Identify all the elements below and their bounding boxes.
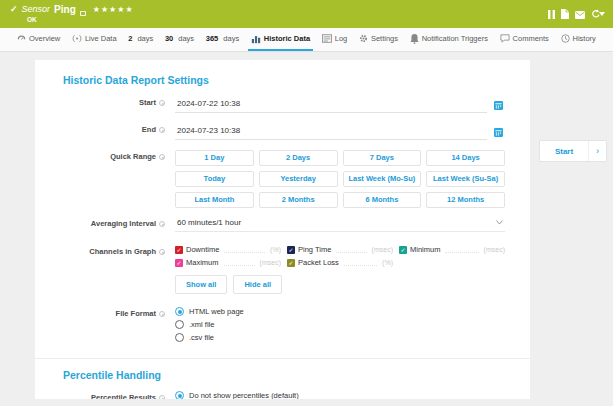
info-icon[interactable] [159,395,165,400]
file-format-label: File Format [116,309,156,318]
tab-label: Settings [371,34,398,43]
start-expand-button[interactable]: › [588,141,606,161]
radio-selected-icon [175,391,184,399]
quick-range-2-months-button[interactable]: 2 Months [259,192,338,208]
tab-365-days[interactable]: 365days [203,28,242,51]
quick-range-label: Quick Range [110,152,156,161]
percentile-results-label: Percentile Results [91,393,156,399]
channel-unit: (msec) [484,246,505,253]
tab-notification-triggers[interactable]: Notification Triggers [407,28,491,51]
start-button-group: Start › [539,140,607,162]
settings-panel: Historic Data Report Settings Start 2024… [35,60,530,399]
page-title: Ping [54,4,76,15]
averaging-interval-row: Averaging Interval 60 minutes/1 hour [63,217,502,232]
tab-settings[interactable]: Settings [356,28,401,51]
info-icon[interactable] [159,221,165,227]
mail-icon[interactable] [575,5,585,23]
file-format-xml-option[interactable]: .xml file [175,320,502,329]
quick-range-14-days-button[interactable]: 14 Days [426,150,505,166]
tab-label: days [223,34,239,43]
channels-row: Channels in Graph Downtime (%) Ping Time… [63,245,502,294]
radio-label: Do not show percentiles (default) [189,391,299,399]
averaging-interval-label: Averaging Interval [91,219,156,228]
channel-name: Minimum [410,245,440,254]
breadcrumb-type: Sensor [22,4,51,15]
channel-name: Ping Time [298,245,331,254]
tab-label: Historic Data [264,34,310,43]
pause-icon[interactable] [548,5,555,23]
channel-unit: (msec) [372,246,393,253]
bell-icon [410,34,419,44]
quick-range-6-months-button[interactable]: 6 Months [343,192,422,208]
section-divider [35,358,530,359]
radio-label: HTML web page [189,307,244,316]
channel-unit: (msec) [260,259,281,266]
gear-icon [359,34,368,43]
channel-packet-loss[interactable]: Packet Loss (%) [287,258,393,267]
end-row: End 2024-07-23 10:38 [63,123,502,141]
tab-label: Log [335,34,348,43]
radio-label: .xml file [189,320,214,329]
channel-downtime[interactable]: Downtime (%) [175,245,281,254]
report-page-icon[interactable] [561,5,569,23]
averaging-interval-select[interactable]: 60 minutes/1 hour [175,217,505,232]
quick-range-7-days-button[interactable]: 7 Days [343,150,422,166]
show-all-button[interactable]: Show all [175,275,227,294]
tab-historic-data[interactable]: Historic Data [248,28,313,51]
info-icon[interactable] [159,154,165,160]
refresh-icon[interactable] [591,9,605,19]
radio-selected-icon [175,307,184,316]
quick-range-last-week-mo-su-button[interactable]: Last Week (Mo-Su) [343,171,422,187]
file-format-csv-option[interactable]: .csv file [175,333,502,342]
tab-label: Overview [29,34,60,43]
quick-range-12-months-button[interactable]: 12 Months [426,192,505,208]
channel-minimum[interactable]: Minimum (msec) [399,245,505,254]
channel-name: Downtime [186,245,219,254]
start-label: Start [139,98,156,107]
tab-comments[interactable]: Comments [497,28,552,51]
percentile-off-option[interactable]: Do not show percentiles (default) [175,391,502,399]
info-icon[interactable] [159,311,165,317]
tab-log[interactable]: Log [319,28,351,51]
averaging-interval-value: 60 minutes/1 hour [177,218,241,227]
checkbox-checked-icon [175,259,183,267]
hide-all-button[interactable]: Hide all [233,275,282,294]
quick-range-1-day-button[interactable]: 1 Day [175,150,254,166]
section-title-historic-data: Historic Data Report Settings [63,74,502,86]
calendar-icon[interactable] [494,123,503,141]
tab-label: Live Data [85,34,117,43]
start-row: Start 2024-07-22 10:38 [63,96,502,114]
quick-range-last-month-button[interactable]: Last Month [175,192,254,208]
file-format-row: File Format HTML web page .xml file .csv… [63,307,502,346]
channel-ping-time[interactable]: Ping Time (msec) [287,245,393,254]
start-date-input[interactable]: 2024-07-22 10:38 [175,98,487,113]
tab-label: Notification Triggers [422,34,488,43]
quick-range-last-week-su-sa-button[interactable]: Last Week (Su-Sa) [426,171,505,187]
start-button[interactable]: Start [540,141,588,161]
info-icon[interactable] [159,127,165,133]
quick-range-yesterday-button[interactable]: Yesterday [259,171,338,187]
chart-icon [251,34,261,44]
tab-30-days[interactable]: 30days [162,28,197,51]
info-icon[interactable] [159,100,165,106]
priority-stars[interactable]: ★★★★★ [93,4,134,15]
tab-history[interactable]: History [558,28,599,51]
percentile-results-row: Percentile Results Do not show percentil… [63,391,502,399]
tab-live-data[interactable]: Live Data [69,28,120,51]
tab-2-days[interactable]: 2days [125,28,156,51]
calendar-icon[interactable] [494,96,503,114]
checkbox-checked-icon [175,246,183,254]
end-date-input[interactable]: 2024-07-23 10:38 [175,125,487,140]
channel-maximum[interactable]: Maximum (msec) [175,258,281,267]
info-icon[interactable] [159,249,165,255]
tab-label: Comments [513,34,549,43]
signal-icon [72,34,82,43]
quick-range-today-button[interactable]: Today [175,171,254,187]
tab-overview[interactable]: Overview [14,28,63,51]
file-format-html-option[interactable]: HTML web page [175,307,502,316]
channel-name: Packet Loss [298,258,339,267]
channels-label: Channels in Graph [89,247,156,256]
channel-name: Maximum [186,258,219,267]
quick-range-2-days-button[interactable]: 2 Days [259,150,338,166]
section-title-percentile: Percentile Handling [63,369,502,381]
